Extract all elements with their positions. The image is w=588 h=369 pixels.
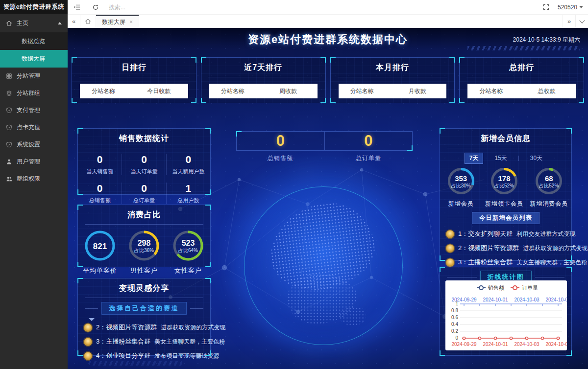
sidebar-item-user-manage[interactable]: 用户管理 [0,153,68,170]
top-toolbar: 520520 [68,0,588,15]
collapse-menu-icon [74,3,81,11]
badge-row: 今日新增会员列表 [447,212,564,224]
corner-decoration [449,57,455,63]
svg-text:2024-10-03: 2024-10-03 [514,342,539,347]
chevron-up-icon [58,22,62,24]
list-item: 2：视频图片等资源群 进群获取资源的方式变现 [446,244,565,253]
corner-decoration [579,57,584,63]
username-text: 520520 [558,4,577,11]
medal-icon [446,230,454,238]
collapse-menu-button[interactable] [68,0,86,15]
corner-decoration [205,262,211,267]
close-tab-icon[interactable]: × [129,19,133,25]
chevron-down-icon [579,6,583,8]
corner-decoration [320,57,326,63]
stat-total-sales: 0总销售额 [78,183,122,204]
tabs-scroll-right-button[interactable]: » [563,15,575,28]
tabs-scroll-left-button[interactable]: « [68,15,80,28]
list-item: 1：交友扩列聊天群 利用交友进群方式变现 [446,230,565,238]
svg-text:2024-10-01: 2024-10-01 [483,342,508,347]
search-input[interactable] [109,4,163,11]
sidebar-item-substation-manage[interactable]: 分站管理 [0,68,68,85]
panel-total-ranking: 总排行 分站名称 总收款 [459,57,584,103]
panel-month-ranking: 本月排行 分站名称 月收款 [330,57,455,103]
corner-decoration [72,57,77,63]
list-item: 3：主播粉丝集合群 美女主播聊天群，主要色粉 [446,258,565,267]
list-item: 2：视频图片等资源群 进群获取资源的方式变现 [84,323,204,332]
column-name: 分站名称 [209,87,259,95]
sidebar-submenu: 数据总览 数据大屏 [0,32,68,68]
svg-text:1: 1 [455,301,458,306]
home-tab[interactable] [80,15,96,28]
column-name: 分站名称 [339,87,389,95]
corner-decoration [330,57,336,63]
divider [85,148,203,148]
corner-decoration [72,98,77,103]
sidebar-item-label: 系统设置 [17,140,40,149]
sidebar-item-label: 支付管理 [17,106,40,115]
sidebar: 资源e站付费进群系统 主页 数据总览 数据大屏 分站管理 分站群组 支付管理 点… [0,0,68,369]
svg-text:0.8: 0.8 [451,308,458,313]
divider [85,298,203,298]
sidebar-item-substation-group[interactable]: 分站群组 [0,85,68,102]
panel-title: 日排行 [72,58,196,77]
divider [447,218,468,218]
stat-total-users: 1总用户数 [166,183,210,204]
stripes-decoration [89,361,182,366]
stat-row: 0当天销售额 0当天订单量 0当天新用户数 [78,154,210,175]
sidebar-item-system-settings[interactable]: 系统设置 [0,136,68,153]
corner-decoration [566,350,572,356]
tab-data-screen[interactable]: 数据大屏 × [96,15,139,28]
dashboard-datetime: 2024-10-5 14:33:9 星期六 [513,36,580,44]
corner-decoration [191,57,196,63]
medal-icon [446,258,454,267]
sidebar-item-label: 分站群组 [17,89,40,97]
sidebar-item-payment-manage[interactable]: 支付管理 [0,102,68,119]
tab-7-days[interactable]: 7天 [465,153,484,164]
svg-text:0: 0 [455,335,458,341]
divider [543,218,564,218]
tab-strip: « 数据大屏 × » [68,15,588,28]
today-members-list-badge: 今日新增会员列表 [472,212,539,224]
panel-title: 消费占比 [78,205,210,224]
table-header: 分站名称 总收款 [467,84,576,98]
corner-decoration [579,98,584,103]
tab-30-days[interactable]: 30天 [526,153,547,163]
sidebar-item-label: 用户管理 [17,158,40,166]
divider [535,277,565,277]
x-axis-top-line [460,304,562,306]
corner-decoration [440,128,445,134]
sidebar-item-group-permission[interactable]: 群组权限 [0,170,68,187]
total-sales-value: 0 [237,132,324,150]
donut-new-members: 353占比30% 新增会员 [441,167,481,208]
panel-title: 新增会员信息 [440,129,571,148]
divider [518,156,519,161]
corner-decoration [77,205,83,210]
column-value: 周收款 [259,87,317,95]
users-icon [6,176,12,182]
center-totals-box: 0 0 [236,131,413,151]
corner-decoration [449,98,455,103]
corner-decoration [205,205,211,210]
corner-decoration [440,267,445,272]
line-chart: 销售额 订单量 2024-09-29 2024-10-01 2024-10-03… [445,280,567,350]
sidebar-item-data-screen[interactable]: 数据大屏 [0,50,68,68]
user-menu[interactable]: 520520 [558,4,583,11]
medal-icon [84,323,92,332]
corner-decoration [77,262,83,267]
tabs-menu-button[interactable] [575,15,588,28]
refresh-button[interactable] [86,0,105,15]
sidebar-item-home[interactable]: 主页 [0,14,68,32]
svg-text:0.6: 0.6 [451,315,458,320]
svg-text:2024-10-01: 2024-10-01 [483,297,508,302]
sidebar-item-card-recharge[interactable]: 点卡充值 [0,119,68,136]
chart-legend[interactable]: 销售额 订单量 [477,285,538,291]
svg-text:2024-10-05: 2024-10-05 [545,297,567,302]
tab-15-days[interactable]: 15天 [490,153,511,163]
sidebar-item-data-overview[interactable]: 数据总览 [0,32,68,50]
home-icon [6,20,12,26]
dashboard-title: 资源e站付费进群系统数据中心 [68,28,588,47]
corner-decoration [459,98,465,103]
series-orders [462,337,560,339]
fullscreen-button[interactable] [537,0,556,15]
